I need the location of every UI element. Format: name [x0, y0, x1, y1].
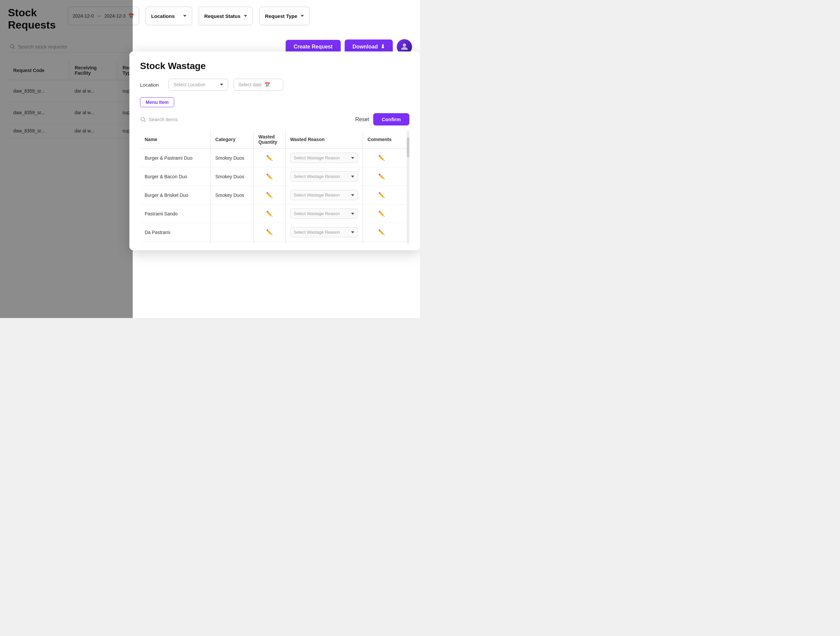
svg-point-3 — [141, 117, 145, 121]
edit-qty-icon[interactable]: ✏️ — [266, 211, 273, 217]
calendar-icon: 📅 — [264, 82, 270, 87]
modal-overlay[interactable] — [0, 0, 133, 318]
cell-item-name: Burger & Bacon Duo — [140, 167, 211, 186]
chevron-down-icon — [351, 194, 354, 196]
cell-comments: ✏️ — [363, 242, 400, 244]
cell-wasted-qty: ✏️ — [253, 186, 285, 204]
chevron-down-icon — [351, 231, 354, 233]
modal-title: Stock Wastage — [140, 61, 409, 71]
edit-comment-icon[interactable]: ✏️ — [378, 155, 385, 161]
wastage-table-row: Burger & Bacon Duo Smokey Duos ✏️ Select… — [140, 167, 409, 186]
col-category: Category — [211, 131, 254, 149]
cell-comments: ✏️ — [363, 223, 400, 242]
scrollbar-track[interactable] — [407, 131, 409, 244]
chevron-down-icon — [351, 176, 354, 177]
cell-wasted-qty: ✏️ — [253, 167, 285, 186]
cell-item-name: Famous Brisket Sandwich — [140, 242, 211, 244]
modal-search-input[interactable]: Search items — [140, 117, 355, 122]
edit-comment-icon[interactable]: ✏️ — [378, 229, 385, 235]
modal-search-bar: Search items Reset Confirm — [140, 113, 409, 125]
confirm-button[interactable]: Confirm — [373, 113, 410, 125]
cell-wasted-qty: ✏️ — [253, 204, 285, 223]
edit-comment-icon[interactable]: ✏️ — [378, 211, 385, 217]
wastage-reason-dropdown[interactable]: Select Wastage Reason — [290, 171, 358, 182]
wastage-table-row: Da Pastrami ✏️ Select Wastage Reason ✏️ — [140, 223, 409, 242]
reset-button[interactable]: Reset — [355, 117, 369, 122]
location-label: Location — [140, 82, 163, 88]
stock-wastage-modal: Stock Wastage Location Select Location S… — [129, 51, 420, 250]
wastage-table-row: Pastrami Sando ✏️ Select Wastage Reason … — [140, 204, 409, 223]
cell-wasted-qty: ✏️ — [253, 149, 285, 167]
cell-category — [211, 223, 254, 242]
search-icon — [140, 117, 146, 122]
request-status-dropdown[interactable]: Request Status — [199, 6, 253, 25]
edit-qty-icon[interactable]: ✏️ — [266, 155, 273, 161]
cell-wasted-qty: ✏️ — [253, 223, 285, 242]
svg-line-4 — [144, 120, 145, 122]
date-picker[interactable]: Select date 📅 — [234, 79, 283, 91]
modal-filters: Location Select Location Select date 📅 — [140, 79, 409, 91]
request-type-dropdown[interactable]: Request Type — [259, 6, 309, 25]
edit-qty-icon[interactable]: ✏️ — [266, 174, 273, 179]
edit-qty-icon[interactable]: ✏️ — [266, 192, 273, 198]
download-icon: ⬇ — [381, 43, 385, 50]
cell-category: Smokey Duos — [211, 167, 254, 186]
avatar-icon — [400, 43, 409, 51]
wastage-table-row: Burger & Pastrami Duo Smokey Duos ✏️ Sel… — [140, 149, 409, 167]
cell-category — [211, 242, 254, 244]
cell-item-name: Da Pastrami — [140, 223, 211, 242]
wastage-reason-dropdown[interactable]: Select Wastage Reason — [290, 227, 358, 237]
cell-wasted-reason: Select Wastage Reason — [285, 167, 363, 186]
col-wasted-qty: WastedQuantity — [253, 131, 285, 149]
wastage-table: Name Category WastedQuantity Wasted Reas… — [140, 131, 409, 244]
wastage-reason-dropdown[interactable]: Select Wastage Reason — [290, 153, 358, 163]
wastage-reason-dropdown[interactable]: Select Wastage Reason — [290, 209, 358, 219]
cell-item-name: Pastrami Sando — [140, 204, 211, 223]
chevron-down-icon — [300, 15, 304, 17]
chevron-down-icon — [220, 84, 223, 85]
cell-wasted-reason: Select Wastage Reason — [285, 223, 363, 242]
col-wasted-reason: Wasted Reason — [285, 131, 363, 149]
wastage-table-row: Burger & Brisket Duo Smokey Duos ✏️ Sele… — [140, 186, 409, 204]
edit-qty-icon[interactable]: ✏️ — [266, 229, 273, 235]
cell-comments: ✏️ — [363, 149, 400, 167]
cell-wasted-reason: Select Wastage Reason — [285, 149, 363, 167]
cell-wasted-qty: ✏️ — [253, 242, 285, 244]
cell-wasted-reason: Select Wastage Reason — [285, 204, 363, 223]
chevron-down-icon — [351, 157, 354, 159]
scrollbar-thumb[interactable] — [407, 138, 409, 157]
cell-comments: ✏️ — [363, 186, 400, 204]
svg-point-2 — [403, 43, 406, 47]
cell-category: Smokey Duos — [211, 186, 254, 204]
col-comments: Comments — [363, 131, 400, 149]
tab-menu-item[interactable]: Menu Item — [140, 97, 174, 107]
location-select[interactable]: Select Location — [169, 79, 228, 91]
cell-item-name: Burger & Pastrami Duo — [140, 149, 211, 167]
cell-comments: ✏️ — [363, 204, 400, 223]
cell-wasted-reason: Select Wastage Reason — [285, 186, 363, 204]
chevron-down-icon — [351, 213, 354, 215]
wastage-table-row: Famous Brisket Sandwich ✏️ Select Wastag… — [140, 242, 409, 244]
modal-actions: Reset Confirm — [355, 113, 409, 125]
cell-comments: ✏️ — [363, 167, 400, 186]
cell-category — [211, 204, 254, 223]
cell-category: Smokey Duos — [211, 149, 254, 167]
edit-comment-icon[interactable]: ✏️ — [378, 192, 385, 198]
cell-item-name: Burger & Brisket Duo — [140, 186, 211, 204]
cell-wasted-reason: Select Wastage Reason — [285, 242, 363, 244]
wastage-reason-dropdown[interactable]: Select Wastage Reason — [290, 190, 358, 200]
locations-dropdown[interactable]: Locations — [146, 6, 192, 25]
col-name: Name — [140, 131, 211, 149]
chevron-down-icon — [244, 15, 247, 17]
edit-comment-icon[interactable]: ✏️ — [378, 174, 385, 179]
chevron-down-icon — [183, 15, 186, 17]
